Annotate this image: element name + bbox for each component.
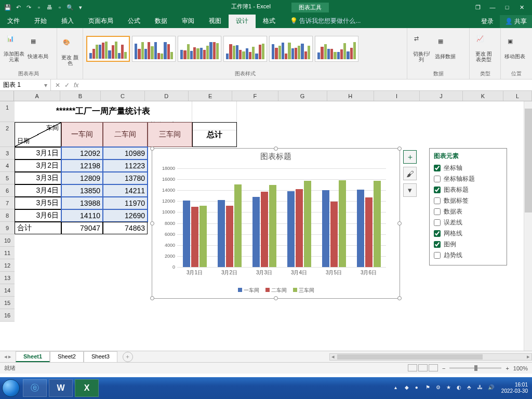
legend-item[interactable]: 一车间	[238, 287, 259, 294]
row-header[interactable]: 13	[0, 272, 15, 284]
table-date-cell[interactable]: 3月4日	[15, 184, 61, 197]
row-header[interactable]: 9	[0, 222, 15, 234]
table-date-cell[interactable]: 3月5日	[15, 197, 61, 209]
table-date-cell[interactable]: 3月1日	[15, 147, 61, 159]
chart-element-checkbox[interactable]: 图表标题	[434, 184, 502, 195]
table-date-cell[interactable]: 3月2日	[15, 159, 61, 172]
tray-icon[interactable]: ⚙	[436, 384, 443, 392]
zoom-in-icon[interactable]: +	[506, 365, 509, 371]
chart-filters-button[interactable]: ▾	[403, 183, 417, 197]
chart-styles-button[interactable]: 🖌	[403, 167, 417, 180]
zoom-slider[interactable]	[449, 367, 501, 369]
column-header[interactable]: D	[145, 91, 189, 101]
move-chart-button[interactable]: ▣移动图表	[504, 38, 526, 59]
row-header[interactable]: 8	[0, 209, 15, 222]
change-colors-button[interactable]: 🎨更改 颜色	[60, 39, 79, 66]
chart-element-checkbox[interactable]: 坐标轴标题	[434, 174, 502, 184]
chart-element-checkbox[interactable]: 网格线	[434, 228, 502, 239]
add-chart-element-button[interactable]: 📊添加图表 元素	[3, 35, 25, 62]
tab-file[interactable]: 文件	[0, 15, 27, 28]
row-header[interactable]: 2	[0, 122, 15, 147]
table-data-cell[interactable]: 10989	[103, 147, 148, 159]
column-header[interactable]: A	[14, 91, 60, 101]
table-data-cell[interactable]: 13988	[61, 197, 103, 209]
login-button[interactable]: 登录	[475, 15, 500, 28]
row-header[interactable]: 11	[0, 247, 15, 259]
tray-icon[interactable]: ◆	[405, 384, 412, 392]
cancel-icon[interactable]: ✕	[55, 82, 60, 89]
fx-icon[interactable]: fx	[74, 82, 78, 89]
table-total-cell[interactable]: 79047	[61, 222, 103, 234]
tray-icon[interactable]: ◐	[457, 384, 464, 392]
select-data-button[interactable]: ▦选择数据	[434, 38, 456, 59]
embedded-chart[interactable]: 图表标题 02000400060008000100001200014000160…	[152, 148, 400, 299]
share-button[interactable]: 👤 共享	[500, 15, 532, 28]
tab-design[interactable]: 设计	[229, 15, 256, 28]
column-header[interactable]: K	[463, 91, 503, 101]
name-box[interactable]: 图表 1▾	[0, 79, 51, 90]
add-sheet-button[interactable]: ＋	[123, 352, 133, 362]
network-icon[interactable]: 🖧	[477, 384, 485, 392]
tab-formulas[interactable]: 公式	[121, 15, 148, 28]
zoom-level[interactable]: 100%	[513, 365, 528, 371]
column-header[interactable]: E	[189, 91, 232, 101]
view-buttons[interactable]	[407, 364, 438, 373]
tab-layout[interactable]: 页面布局	[81, 15, 121, 28]
sheet-nav-prev-icon[interactable]: ◂	[4, 353, 7, 360]
row-header[interactable]: 3	[0, 147, 15, 159]
taskbar-excel[interactable]: X	[75, 379, 99, 397]
enter-icon[interactable]: ✓	[64, 82, 70, 89]
row-header[interactable]: 7	[0, 197, 15, 209]
tray-icon[interactable]: ▴	[394, 384, 402, 392]
maximize-icon[interactable]: □	[501, 3, 513, 12]
tab-format[interactable]: 格式	[256, 15, 283, 28]
spreadsheet-grid[interactable]: ABCDEFGHIJKL 12345678910111213141516 ***…	[0, 91, 532, 351]
table-date-cell[interactable]: 3月6日	[15, 209, 61, 222]
row-header[interactable]: 1	[0, 101, 15, 122]
row-header[interactable]: 14	[0, 284, 15, 297]
qat-icon[interactable]: ▫	[35, 4, 43, 11]
switch-row-col-button[interactable]: ⇄切换行/列	[410, 35, 432, 62]
tray-icon[interactable]: ●	[415, 384, 422, 392]
ribbon-display-icon[interactable]: ❐	[472, 3, 484, 12]
minimize-icon[interactable]: —	[486, 3, 499, 12]
tab-view[interactable]: 视图	[202, 15, 229, 28]
legend-item[interactable]: 三车间	[293, 287, 314, 294]
table-data-cell[interactable]: 12690	[103, 209, 148, 222]
sheet-tab[interactable]: Sheet2	[50, 351, 84, 362]
taskbar-ie[interactable]: ⓔ	[23, 379, 47, 397]
chart-element-checkbox[interactable]: 趋势线	[434, 250, 502, 261]
print-icon[interactable]: 🖶	[46, 4, 53, 11]
table-data-cell[interactable]: 12809	[61, 172, 103, 184]
quick-layout-button[interactable]: ▦快速布局	[27, 38, 49, 59]
row-header[interactable]: 4	[0, 159, 15, 172]
sheet-tab[interactable]: Sheet3	[84, 351, 117, 362]
chart-style-thumb[interactable]	[315, 36, 358, 62]
taskbar-word[interactable]: W	[49, 379, 73, 397]
redo-icon[interactable]: ↷	[25, 4, 32, 11]
row-header[interactable]: 15	[0, 297, 15, 309]
column-header[interactable]: B	[60, 91, 101, 101]
chart-styles-gallery[interactable]	[83, 28, 407, 69]
column-header[interactable]: L	[503, 91, 532, 101]
row-header[interactable]: 6	[0, 184, 15, 197]
column-header[interactable]: C	[101, 91, 144, 101]
chart-title[interactable]: 图表标题	[152, 149, 400, 163]
column-header[interactable]: G	[278, 91, 327, 101]
undo-icon[interactable]: ↶	[15, 4, 22, 11]
tab-insert[interactable]: 插入	[54, 15, 81, 28]
tab-data[interactable]: 数据	[148, 15, 175, 28]
qat-more-icon[interactable]: ▾	[77, 4, 84, 11]
row-header[interactable]: 10	[0, 234, 15, 247]
column-header[interactable]: F	[232, 91, 278, 101]
vertical-scrollbar[interactable]	[524, 101, 532, 351]
chart-style-thumb[interactable]	[86, 36, 130, 62]
table-data-cell[interactable]: 13850	[61, 184, 103, 197]
chart-legend[interactable]: 一车间二车间三车间	[152, 287, 400, 294]
table-data-cell[interactable]: 12198	[61, 159, 103, 172]
table-total-cell[interactable]: 74863	[103, 222, 148, 234]
table-diag-header[interactable]: 车间日期	[15, 122, 61, 147]
system-tray[interactable]: ▴ ◆ ● ⚑ ⚙ ★ ◐ ⬘ 🖧 🔊 16:012022-03-30	[394, 382, 532, 394]
row-header[interactable]: 5	[0, 172, 15, 184]
table-col-header[interactable]: 二车间	[103, 122, 148, 147]
